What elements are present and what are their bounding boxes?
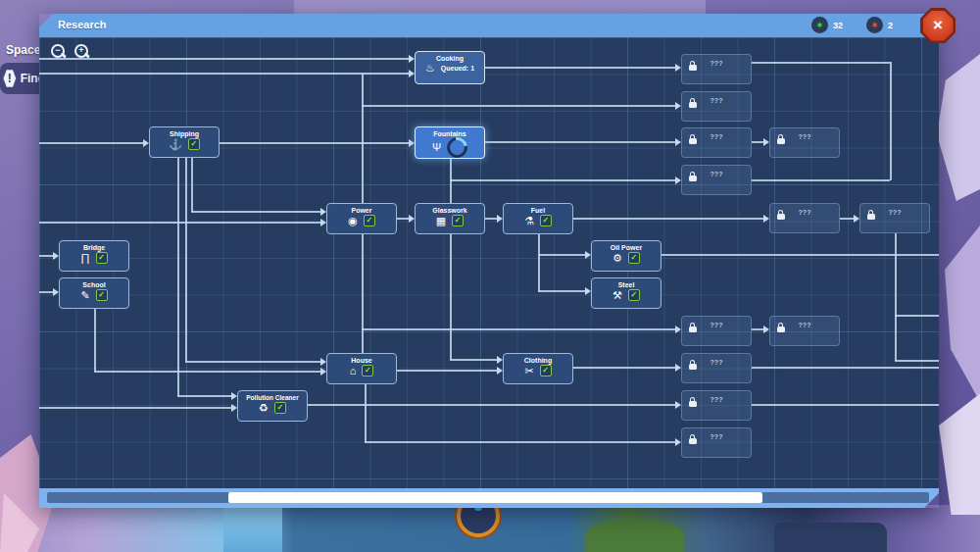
connector-line: [538, 254, 585, 256]
steel-icon: ⚒: [612, 290, 622, 301]
node-power[interactable]: Power ◉✓: [326, 203, 397, 234]
connector-line: [362, 105, 675, 107]
node-fountains[interactable]: Fountains Ψ: [415, 126, 485, 159]
connector-line: [308, 404, 675, 406]
pollution-cleaner-icon: ♻: [259, 403, 269, 414]
connector-line: [185, 361, 320, 363]
connector-line: [185, 158, 187, 362]
node-cooking[interactable]: Cooking ♨ Queued: 1: [415, 51, 485, 84]
fountain-icon: Ψ: [432, 142, 441, 153]
locked-node[interactable]: ???: [681, 353, 752, 383]
locked-label: ???: [682, 133, 751, 140]
crystal-right-3: [939, 387, 980, 515]
node-title: Cooking: [416, 52, 484, 62]
horizontal-scrollbar[interactable]: [47, 492, 929, 503]
connector-line: [365, 383, 367, 442]
connector-line: [573, 367, 675, 369]
connector-line: [752, 179, 890, 181]
node-house[interactable]: House ⌂✓: [326, 353, 397, 384]
connector-line: [538, 290, 585, 292]
connector-line: [573, 218, 763, 220]
node-school[interactable]: School ✎✓: [59, 277, 129, 309]
locked-node[interactable]: ???: [681, 54, 752, 84]
research-progress-ring: [443, 133, 471, 162]
check-icon: ✓: [96, 252, 108, 264]
locked-label: ???: [770, 133, 839, 140]
check-icon: ✓: [188, 138, 200, 150]
check-icon: ✓: [362, 365, 373, 376]
connector-line: [397, 370, 497, 372]
alert-icon: !: [3, 70, 17, 88]
window-titlebar[interactable]: Research ✶ 32 ✶ 2: [39, 14, 939, 37]
node-bridge[interactable]: Bridge ∏✓: [59, 240, 129, 272]
node-oil-power[interactable]: Oil Power ⚙✓: [591, 240, 662, 272]
connector-line: [191, 211, 320, 213]
locked-node[interactable]: ???: [681, 127, 752, 158]
close-button[interactable]: ×: [920, 8, 956, 43]
ship-icon: ⚓: [169, 139, 182, 150]
connector-line: [485, 218, 497, 220]
game-screen: Space! ! Find Research ✶ 32 ✶ 2 × −: [0, 0, 980, 552]
rare-points-icon: ✶: [866, 17, 883, 33]
locked-node[interactable]: ???: [769, 127, 840, 158]
connector-line: [177, 158, 179, 396]
connector-line: [362, 328, 675, 330]
locked-node[interactable]: ???: [681, 91, 752, 122]
connector-line: [840, 218, 854, 220]
research-points-count: 32: [833, 21, 843, 30]
locked-label: ???: [860, 209, 929, 216]
node-steel[interactable]: Steel ⚒✓: [591, 277, 662, 309]
node-clothing[interactable]: Clothing ✂✓: [503, 353, 573, 384]
locked-node[interactable]: ???: [769, 203, 840, 233]
locked-node[interactable]: ???: [681, 165, 752, 195]
check-icon: ✓: [540, 215, 552, 226]
locked-node[interactable]: ???: [769, 316, 840, 346]
node-title: Steel: [592, 278, 661, 288]
power-gauge-icon: ◉: [348, 216, 358, 226]
house-icon: ⌂: [350, 366, 357, 376]
bridge-icon: ∏: [80, 253, 89, 264]
connector-line: [94, 371, 320, 373]
locked-node[interactable]: ???: [859, 203, 930, 233]
research-points-badge: ✶ 32: [811, 17, 843, 33]
check-icon: ✓: [628, 289, 640, 301]
locked-label: ???: [682, 171, 751, 177]
node-fuel[interactable]: Fuel ⚗✓: [503, 203, 573, 234]
connector-line: [94, 309, 96, 372]
connector-line: [450, 359, 497, 361]
node-title: Shipping: [150, 127, 219, 137]
research-tree-canvas[interactable]: − +: [39, 37, 939, 488]
clothing-icon: ✂: [524, 366, 533, 376]
locked-node[interactable]: ???: [681, 427, 752, 458]
school-icon: ✎: [80, 290, 89, 301]
connector-line: [485, 141, 675, 143]
connector-line: [895, 360, 939, 362]
connector-line: [177, 395, 231, 397]
check-icon: ✓: [96, 289, 108, 301]
node-title: Fountains: [416, 127, 484, 137]
locked-label: ???: [682, 359, 751, 366]
connector-line: [39, 255, 53, 257]
locked-label: ???: [682, 60, 751, 67]
connector-line: [895, 233, 897, 361]
connector-line: [39, 73, 409, 75]
node-title: School: [60, 278, 128, 288]
node-pollution-cleaner[interactable]: Pollution Cleaner ♻✓: [237, 390, 308, 422]
connector-line: [752, 404, 939, 406]
locked-node[interactable]: ???: [681, 390, 752, 421]
connector-line: [191, 158, 193, 212]
connector-line: [362, 233, 364, 353]
connector-line: [752, 367, 939, 369]
node-title: House: [327, 354, 396, 364]
scrollbar-thumb[interactable]: [228, 492, 762, 503]
connector-line: [365, 441, 675, 443]
check-icon: ✓: [628, 252, 640, 264]
connector-line: [538, 233, 540, 291]
locked-node[interactable]: ???: [681, 316, 752, 346]
node-shipping[interactable]: Shipping ⚓✓: [149, 126, 220, 158]
node-title: Clothing: [504, 354, 572, 364]
connector-line: [220, 142, 409, 144]
node-glasswork[interactable]: Glasswork ▦✓: [415, 203, 485, 234]
dock-blob: [774, 523, 887, 552]
connector-line: [39, 222, 320, 224]
